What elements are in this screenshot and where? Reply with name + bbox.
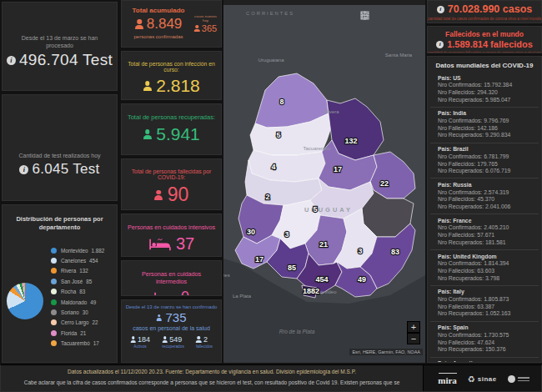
department-distribution-panel: Distribución de personas por departament…	[2, 204, 118, 363]
map-department-value: 21	[319, 240, 328, 249]
tests-today-label: Cantidad de test realizados hoy	[3, 152, 117, 159]
department-pie-chart[interactable]	[7, 283, 43, 319]
footer-text: Datos actualizados el 11/12/2020 20.23. …	[1, 365, 423, 392]
map-label-tacuarembo-city: Tacuarembó	[303, 146, 331, 151]
footer-bar: Datos actualizados el 11/12/2020 20.23. …	[0, 364, 542, 392]
legend-color-dot	[51, 289, 57, 294]
legend-color-dot	[51, 268, 57, 274]
icu-value-row: 37	[122, 234, 221, 254]
map-department-value: 5	[276, 131, 280, 139]
tests-today-value: 6.045 Test	[32, 161, 99, 178]
world-deaths-panel: Fallecidos en el mundo i 1.589.814 falle…	[427, 26, 542, 53]
legend-label: Cerro Largo22	[61, 319, 98, 325]
intermediate-care-panel: Personas en cuidados intermedios 0	[121, 260, 222, 296]
world-deaths-title: Fallecidos en el mundo	[428, 30, 541, 38]
icu-panel: Personas en cuidados intensivos 37	[121, 214, 222, 257]
map-label-uruguay: URUGUAY	[304, 206, 353, 214]
info-icon: i	[436, 41, 444, 48]
legend-label: Canelones454	[61, 258, 98, 264]
legend-item: Soriano30	[51, 307, 114, 317]
map-label-corrientes: CORRIENTES	[246, 11, 294, 16]
legend-item: Florida21	[51, 328, 114, 338]
legend-label: Rivera132	[61, 268, 88, 274]
uruguay-choropleth-map[interactable]: CORRIENTES Uruguaiana Santa Maria Rivera…	[223, 0, 425, 363]
deaths-value: 90	[168, 183, 189, 206]
country-block: País: RussiaNro Confirmados: 2.574.319Nr…	[430, 178, 539, 214]
map-department-value: 132	[344, 137, 357, 145]
accumulated-value-row: 8.849	[122, 16, 195, 33]
health-worker-stat: 2fallecidos	[196, 335, 213, 349]
uruguay-map-panel[interactable]: CORRIENTES Uruguaiana Santa Maria Rivera…	[223, 0, 425, 363]
zoom-out-button[interactable]: −	[407, 333, 420, 344]
intermediate-care-value-row: 0	[122, 289, 221, 296]
person-icon	[196, 336, 202, 343]
map-label-santa-maria: Santa Maria	[385, 53, 413, 58]
world-deaths-value: 1.589.814 fallecidos	[447, 39, 533, 49]
health-workers-panel: Desde el 13 de marzo se han confirmado 7…	[121, 299, 222, 363]
covid-dashboard: Desde el 13 de marzo se han procesado i …	[0, 0, 542, 392]
legend-label: Maldonado49	[61, 299, 96, 305]
health-worker-stat: 184Activos	[130, 335, 150, 349]
mira-logo-text: mira	[438, 375, 457, 385]
new-cases-block: casos nuevos hoy 365	[193, 14, 218, 33]
hospital-bed-icon	[148, 238, 172, 251]
mira-logo-bar	[439, 373, 457, 374]
recovered-value-row: 5.941	[122, 124, 221, 144]
legend-item: Rivera132	[51, 266, 114, 276]
legend-label: San José85	[61, 279, 92, 284]
legend-color-dot	[51, 309, 57, 315]
new-cases-value: 365	[202, 23, 217, 33]
map-department-value: 4	[271, 163, 275, 171]
world-deaths-value-row: i 1.589.814 fallecidos	[428, 39, 541, 49]
map-label-uruguaiana: Uruguaiana	[258, 58, 284, 63]
layers-icon[interactable]	[390, 11, 399, 20]
legend-icon[interactable]	[375, 11, 384, 20]
accumulated-title: Total acumulado	[122, 7, 195, 14]
map-department-value: 17	[255, 255, 263, 264]
map-label-rivera-city: Rivera	[324, 109, 339, 114]
person-icon	[194, 25, 200, 32]
country-block: País: BrazilNro Confirmados: 6.781.799Nr…	[430, 143, 539, 178]
world-deaths-note: cantidad de personas fallecidas a causa …	[428, 51, 541, 53]
basemap-icon[interactable]	[405, 11, 414, 20]
deaths-panel: Total de personas fallecidas por COVID-1…	[121, 158, 222, 210]
map-department-value: 2	[265, 193, 269, 201]
map-department-value: 5	[313, 205, 317, 214]
legend-color-dot	[51, 319, 57, 325]
legend-item: Montevideo1.882	[51, 245, 114, 255]
new-cases-value-row: 365	[193, 23, 218, 33]
map-department-value: 8	[279, 98, 284, 106]
info-icon: i	[7, 56, 16, 65]
legend-item: Rocha83	[51, 287, 114, 297]
health-workers-value: 735	[165, 310, 186, 324]
active-cases-value-row: 2.818	[122, 76, 221, 96]
country-block: País: ArgentinaNro Confirmados: 1.475.22…	[430, 357, 539, 364]
map-label-rio-de-la-plata: Río de la Plata	[279, 329, 315, 334]
legend-color-dot	[51, 279, 57, 284]
country-block: País: USNro Confirmados: 15.792.384Nro F…	[430, 72, 539, 107]
world-cases-note: cantidad total de casos confirmados de c…	[428, 17, 541, 21]
tests-today-panel: Cantidad de test realizados hoy i 6.045 …	[2, 94, 118, 201]
legend-item: Cerro Largo22	[51, 318, 114, 328]
zoom-in-button[interactable]: +	[407, 321, 420, 333]
health-workers-value-row: 735	[122, 310, 221, 324]
map-department-value: 1882	[303, 287, 319, 295]
world-data-panel: Datos mundiales del COVID-19 País: USNro…	[427, 56, 542, 363]
active-cases-panel: Total de personas con infección en curso…	[121, 51, 222, 100]
government-logo-emblem	[508, 375, 515, 383]
country-block: País: IndiaNro Confirmados: 9.796.769Nro…	[430, 107, 539, 143]
legend-color-dot	[51, 330, 57, 336]
legend-label: Tacuarembó17	[61, 340, 99, 346]
legend-item: Tacuarembó17	[51, 339, 114, 349]
intermediate-care-value: 0	[181, 289, 189, 296]
tests-today-value-row: i 6.045 Test	[3, 161, 117, 178]
new-cases-label: casos nuevos hoy	[193, 14, 218, 23]
footer-logos: mira ♻ sinae	[423, 365, 542, 392]
world-cases-panel: i 70.028.990 casos cantidad total de cas…	[427, 0, 542, 23]
map-department-value: 49	[358, 275, 366, 284]
legend-color-dot	[51, 248, 57, 254]
map-department-value: 3	[284, 230, 289, 239]
icu-title: Personas en cuidados intensivos	[122, 224, 221, 231]
health-worker-stat: 549recuperados	[162, 335, 184, 349]
legend-item: San José85	[51, 276, 114, 286]
